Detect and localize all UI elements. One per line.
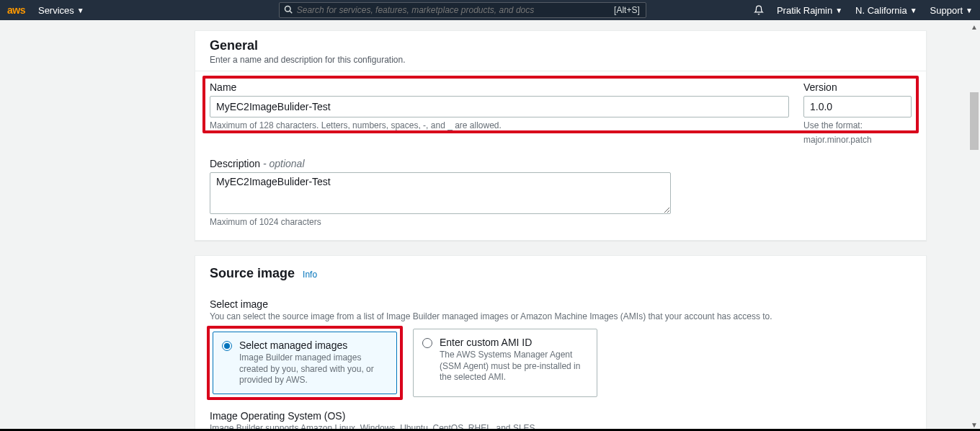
notifications-icon[interactable] <box>754 5 764 15</box>
services-label: Services <box>38 5 74 16</box>
caret-down-icon: ▼ <box>77 6 84 14</box>
name-hint: Maximum of 128 characters. Letters, numb… <box>210 120 789 130</box>
search-input[interactable] <box>297 5 614 15</box>
general-title: General <box>210 38 912 53</box>
svg-point-0 <box>285 6 290 12</box>
general-header: General Enter a name and description for… <box>195 31 926 71</box>
scroll-down-icon[interactable]: ▼ <box>971 421 978 428</box>
description-hint: Maximum of 1024 characters <box>210 217 671 227</box>
tile-sub: Image Builder managed images created by … <box>239 352 388 386</box>
general-subtitle: Enter a name and description for this co… <box>210 55 912 65</box>
version-hint2: major.minor.patch <box>803 135 912 145</box>
source-image-panel: Source image Info Select image You can s… <box>195 255 927 431</box>
tile-title: Select managed images <box>239 339 388 351</box>
region-menu[interactable]: N. California ▼ <box>855 5 917 16</box>
radio-icon <box>422 338 432 389</box>
tile-custom-ami[interactable]: Enter custom AMI ID The AWS Systems Mana… <box>413 329 597 397</box>
page-body: General Enter a name and description for… <box>0 20 980 431</box>
info-link[interactable]: Info <box>303 270 317 280</box>
version-label: Version <box>803 81 912 93</box>
top-nav: aws Services ▼ [Alt+S] Pratik Rajmin ▼ N… <box>0 0 980 20</box>
tile-title: Enter custom AMI ID <box>440 337 588 348</box>
services-menu[interactable]: Services ▼ <box>38 5 84 16</box>
left-gutter <box>0 20 7 431</box>
search-icon <box>280 5 297 16</box>
user-name: Pratik Rajmin <box>777 5 832 16</box>
support-menu[interactable]: Support ▼ <box>930 5 973 16</box>
region-name: N. California <box>855 5 907 16</box>
os-label: Image Operating System (OS) <box>210 410 912 422</box>
general-panel: General Enter a name and description for… <box>195 30 927 241</box>
account-menu[interactable]: Pratik Rajmin ▼ <box>777 5 842 16</box>
name-input[interactable] <box>210 96 789 117</box>
source-title: Source image Info <box>195 256 926 288</box>
radio-selected-icon <box>222 341 232 386</box>
description-field: Description - optional Maximum of 1024 c… <box>210 158 671 227</box>
select-image-tiles: Select managed images Image Builder mana… <box>210 329 912 397</box>
aws-logo[interactable]: aws <box>7 4 25 16</box>
version-hint1: Use the format: <box>803 120 912 130</box>
scroll-up-icon[interactable]: ▲ <box>971 23 978 30</box>
description-label: Description - optional <box>210 158 671 169</box>
description-input[interactable] <box>210 172 671 214</box>
search-kbd-hint: [Alt+S] <box>614 5 646 15</box>
version-field: Version Use the format: <box>803 81 912 130</box>
caret-down-icon: ▼ <box>966 6 973 14</box>
name-field: Name Maximum of 128 characters. Letters,… <box>210 81 789 130</box>
select-image-label: Select image <box>210 298 912 310</box>
content: General Enter a name and description for… <box>7 20 980 431</box>
tile-managed-images[interactable]: Select managed images Image Builder mana… <box>213 332 397 394</box>
name-label: Name <box>210 81 789 93</box>
caret-down-icon: ▼ <box>910 6 917 14</box>
global-search[interactable]: [Alt+S] <box>279 2 646 18</box>
managed-images-highlight: Select managed images Image Builder mana… <box>207 326 403 400</box>
caret-down-icon: ▼ <box>835 6 842 14</box>
svg-line-1 <box>290 11 292 13</box>
scroll-thumb[interactable] <box>970 92 979 150</box>
vertical-scrollbar[interactable]: ▲ ▼ <box>968 20 980 431</box>
support-label: Support <box>930 5 963 16</box>
tile-sub: The AWS Systems Manager Agent (SSM Agent… <box>440 350 588 383</box>
name-version-highlight: Name Maximum of 128 characters. Letters,… <box>202 76 919 133</box>
select-image-sub: You can select the source image from a l… <box>210 311 912 321</box>
version-input[interactable] <box>803 96 912 117</box>
nav-right: Pratik Rajmin ▼ N. California ▼ Support … <box>754 5 973 16</box>
